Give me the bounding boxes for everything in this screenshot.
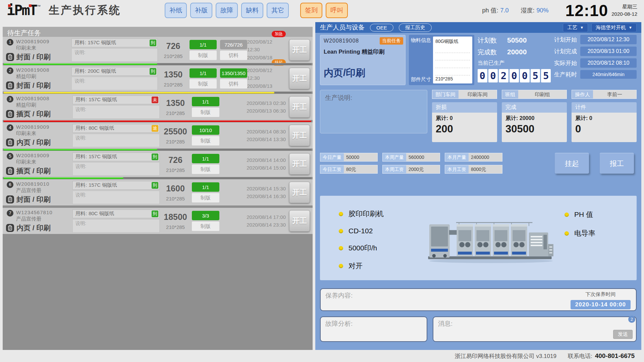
material-label: 用料: bbox=[75, 154, 87, 160]
other-button[interactable]: 其它 bbox=[267, 3, 289, 18]
material-name: 200C 铜版纸 bbox=[88, 68, 116, 74]
task-part: 插页 / 印刷 bbox=[16, 166, 51, 176]
report-work-button[interactable]: 报工 bbox=[600, 153, 634, 174]
task-part: 封面 / 印刷 bbox=[16, 81, 51, 90]
start-time: 2020/08/12 12:30 bbox=[247, 38, 286, 54]
start-work-button[interactable]: 开工 bbox=[289, 153, 310, 175]
fault-analysis-box[interactable]: 故障分析: bbox=[320, 316, 427, 342]
bullet-icon bbox=[339, 246, 343, 250]
machine-dropdown[interactable]: 海德堡对开机▼ bbox=[591, 23, 637, 32]
note-label: 说明: bbox=[75, 107, 86, 112]
today-wage-value: 80元 bbox=[344, 165, 377, 173]
quantity: 18500 bbox=[162, 212, 189, 222]
logo-text: iPmT bbox=[7, 3, 37, 17]
start-work-button[interactable]: 开工 bbox=[289, 210, 310, 232]
main-area: 待生产任务 1 W200819009 印刷未来 封面 / 印刷 用料: bbox=[0, 21, 644, 350]
ph-value: 7.0 bbox=[500, 7, 508, 14]
fault-button[interactable]: 故障 bbox=[216, 3, 238, 18]
suspend-button[interactable]: 挂起 bbox=[555, 153, 589, 174]
start-work-button[interactable]: 开工 bbox=[289, 182, 310, 203]
material-arrived-badge: 到 bbox=[152, 154, 158, 160]
cut-count-badge: 1350/1350 bbox=[220, 68, 247, 78]
due-time: 2020/08/14 13:30 bbox=[247, 135, 286, 143]
task-row[interactable]: 4 W200819009 印刷未来 内页 / 印刷 用料: 80C 铜版纸 途 bbox=[3, 122, 313, 148]
quantity: 1350 bbox=[160, 70, 187, 79]
quantity: 25500 bbox=[162, 127, 189, 136]
completed-cumulative: 20000 bbox=[520, 115, 535, 121]
start-work-button[interactable]: 开工 bbox=[289, 125, 310, 146]
progress-bar bbox=[3, 148, 313, 151]
start-work-button[interactable]: 开工 bbox=[289, 39, 310, 61]
counter-digit: 5 bbox=[541, 69, 551, 82]
due-time: 2020/08/14 16:30 bbox=[247, 192, 286, 200]
task-row[interactable]: 2 W200819008 精益印刷 封面 / 印刷 用料: 200C 铜版纸 到 bbox=[3, 65, 313, 92]
task-id: W200819010 bbox=[16, 181, 49, 187]
completed-card: 完成 累计: 20000 30500 bbox=[502, 102, 567, 142]
progress-bar bbox=[3, 63, 313, 65]
clipboard-icon bbox=[6, 81, 14, 89]
sensor-item: 电导率 bbox=[565, 229, 623, 238]
team-value[interactable]: 印刷组 bbox=[518, 90, 567, 99]
damage-card: 折损 累计: 0 200 bbox=[432, 102, 497, 142]
material-shortage-button[interactable]: 缺料 bbox=[241, 3, 263, 18]
department-value[interactable]: 印刷车间 bbox=[459, 90, 497, 99]
dates-column: 2020/08/13 02:30 2020/08/13 06:30 bbox=[247, 99, 289, 115]
crew-pairs: 部门车间 印刷车间 班组 印刷组 操作人 李前一 bbox=[432, 90, 637, 99]
bullet-icon bbox=[339, 212, 343, 216]
task-customer: 印刷未来 bbox=[16, 159, 49, 165]
completed-count: 30500 bbox=[505, 123, 563, 135]
start-work-button[interactable]: 开工 bbox=[289, 96, 310, 118]
quantity-column: 18500 210*285 bbox=[162, 212, 189, 230]
operator-value[interactable]: 李前一 bbox=[593, 90, 636, 99]
task-row[interactable]: 6 W200819010 产品宣传册 封面 / 印刷 用料: 157C 铜版纸 … bbox=[3, 179, 313, 205]
plan-qty-value: 50500 bbox=[507, 36, 527, 44]
start-work-button[interactable]: 开工 bbox=[289, 68, 310, 89]
material-label: 用料: bbox=[75, 97, 87, 103]
bullet-icon bbox=[339, 264, 343, 268]
task-number-badge: 3 bbox=[7, 96, 13, 103]
task-number-badge: 2 bbox=[7, 67, 13, 74]
phone-number: 400-801-6675 bbox=[595, 352, 635, 360]
plate-count-badge: 1/1 bbox=[190, 68, 217, 78]
machine-feature: 5000印/h bbox=[339, 243, 418, 253]
pending-tasks-panel: 待生产任务 1 W200819009 印刷未来 封面 / 印刷 用料: bbox=[3, 27, 313, 350]
bullet-icon bbox=[565, 213, 569, 217]
process-dropdown[interactable]: 工艺▼ bbox=[563, 23, 588, 32]
task-row[interactable]: 5 W200819009 印刷未来 插页 / 印刷 用料: 157C 铜版纸 到 bbox=[3, 151, 313, 177]
task-row[interactable]: 7 W1234567810 产品宣传册 内页 / 印刷 用料: 80C 铜版纸 … bbox=[3, 208, 313, 234]
maintenance-box: 保养内容: 下次保养时间 2020-10-14 00:00 bbox=[320, 288, 637, 311]
quantity: 726 bbox=[162, 155, 189, 165]
material-info-block: 物料信息 部件尺寸 80G铜版纸 210*285 bbox=[409, 35, 474, 85]
next-maintenance: 下次保养时间 2020-10-14 00:00 bbox=[571, 291, 631, 309]
task-number-badge: 5 bbox=[7, 153, 13, 160]
sign-in-button[interactable]: 签到 bbox=[300, 3, 322, 18]
part-size: 210*285 bbox=[162, 224, 189, 230]
send-button[interactable]: 发送 bbox=[613, 330, 633, 339]
oee-button[interactable]: OEE bbox=[370, 24, 393, 32]
clipboard-icon bbox=[6, 110, 14, 118]
plan-finish-label: 计划完成 bbox=[554, 48, 577, 55]
month-wage-value: 8000元 bbox=[469, 165, 502, 173]
plate-stage: 1/1 制版 bbox=[192, 97, 219, 117]
quantity-column: 1350 210*285 bbox=[160, 70, 187, 87]
message-box[interactable]: 消息: 2 发送 bbox=[433, 316, 637, 342]
paper-refill-button[interactable]: 补纸 bbox=[165, 3, 187, 18]
material-column: 用料: 80C 铜版纸 到 说明: bbox=[72, 209, 160, 233]
logo-red-dot bbox=[8, 4, 11, 7]
call-button[interactable]: 呼叫 bbox=[326, 3, 348, 18]
material-label: 用料: bbox=[74, 68, 86, 74]
plate-count-badge: 3/3 bbox=[192, 211, 219, 220]
completed-title: 完成 bbox=[502, 102, 567, 113]
plate-label: 制版 bbox=[192, 165, 219, 174]
task-row[interactable]: 3 W200819008 精益印刷 插页 / 印刷 用料: 157C 铜版纸 未 bbox=[3, 94, 313, 120]
part-size-label: 部件尺寸 bbox=[411, 76, 431, 83]
damage-count: 200 bbox=[436, 123, 493, 135]
piecework-card: 计件 累计: 0 0 bbox=[572, 102, 637, 142]
material-name: 157C 铜版纸 bbox=[89, 154, 117, 160]
chevron-down-icon: ▼ bbox=[580, 25, 584, 29]
plate-refill-button[interactable]: 补版 bbox=[190, 3, 212, 18]
progress-bar bbox=[3, 177, 313, 179]
note-label: 说明: bbox=[74, 78, 85, 83]
report-history-button[interactable]: 报工历史 bbox=[399, 23, 432, 32]
material-info-label: 物料信息 bbox=[411, 37, 431, 44]
